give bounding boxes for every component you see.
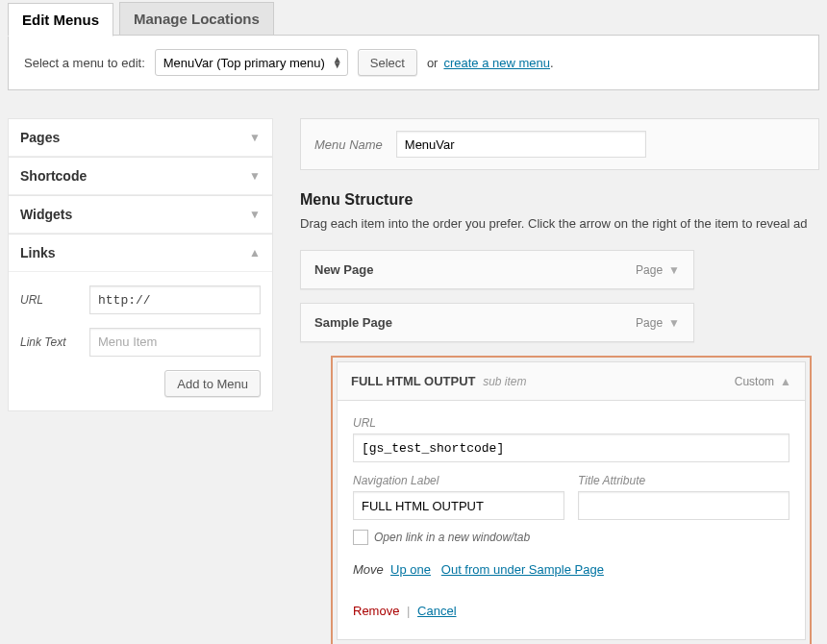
- menu-name-label: Menu Name: [314, 137, 383, 152]
- menu-item-sample-page[interactable]: Sample Page Page ▼: [300, 303, 694, 342]
- menu-name-input[interactable]: [396, 131, 646, 158]
- add-to-menu-button[interactable]: Add to Menu: [164, 370, 261, 397]
- url-input[interactable]: [89, 285, 261, 314]
- menu-structure-hint: Drag each item into the order you prefer…: [300, 216, 819, 231]
- accordion-pages[interactable]: Pages ▼: [9, 119, 272, 157]
- chevron-down-icon: ▼: [668, 263, 680, 277]
- link-text-label: Link Text: [20, 335, 89, 349]
- move-up-one-link[interactable]: Up one: [390, 562, 431, 577]
- item-url-input[interactable]: [353, 433, 789, 462]
- create-new-menu-link[interactable]: create a new menu: [443, 56, 550, 70]
- url-label: URL: [20, 293, 89, 307]
- title-attr-label: Title Attribute: [578, 474, 789, 487]
- menu-structure-heading: Menu Structure: [300, 191, 819, 209]
- menu-select[interactable]: MenuVar (Top primary menu): [155, 49, 348, 76]
- move-label: Move: [353, 562, 384, 577]
- chevron-down-icon: ▼: [249, 169, 261, 183]
- select-button[interactable]: Select: [358, 49, 417, 76]
- menu-item-full-html-output[interactable]: FULL HTML OUTPUT sub item Custom ▲: [337, 361, 806, 401]
- item-url-label: URL: [353, 416, 789, 430]
- open-new-tab-checkbox[interactable]: [353, 530, 368, 545]
- menu-item-new-page[interactable]: New Page Page ▼: [300, 250, 694, 289]
- link-text-input[interactable]: [89, 328, 261, 357]
- nav-label-label: Navigation Label: [353, 474, 564, 487]
- expanded-menu-item: FULL HTML OUTPUT sub item Custom ▲ URL N…: [331, 356, 812, 644]
- chevron-down-icon: ▼: [668, 316, 680, 330]
- chevron-down-icon: ▼: [249, 208, 261, 221]
- remove-link[interactable]: Remove: [353, 604, 399, 618]
- separator: |: [407, 604, 410, 618]
- tab-manage-locations[interactable]: Manage Locations: [119, 2, 274, 36]
- chevron-up-icon: ▲: [780, 375, 791, 388]
- accordion-shortcode[interactable]: Shortcode ▼: [9, 158, 272, 195]
- tab-edit-menus[interactable]: Edit Menus: [8, 3, 113, 37]
- move-out-link[interactable]: Out from under Sample Page: [441, 562, 604, 577]
- or-text: or: [427, 56, 439, 70]
- chevron-up-icon: ▲: [249, 246, 261, 260]
- open-new-tab-label: Open link in a new window/tab: [374, 531, 530, 544]
- chevron-down-icon: ▼: [249, 131, 261, 144]
- select-menu-label: Select a menu to edit:: [24, 56, 145, 70]
- title-attr-input[interactable]: [578, 491, 789, 520]
- nav-label-input[interactable]: [353, 491, 564, 520]
- cancel-link[interactable]: Cancel: [417, 604, 456, 618]
- accordion-links[interactable]: Links ▲: [9, 235, 272, 272]
- accordion-widgets[interactable]: Widgets ▼: [9, 196, 272, 234]
